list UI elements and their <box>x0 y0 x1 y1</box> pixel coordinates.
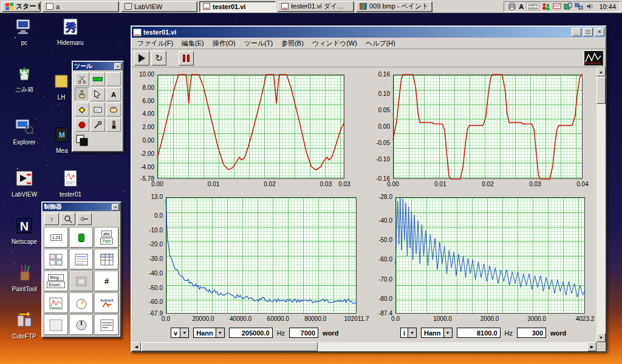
x-tick-label: 0.0 <box>162 315 170 322</box>
scroll-down-icon[interactable]: ▼ <box>596 333 606 342</box>
palette-container[interactable] <box>44 315 68 335</box>
palette-boolean[interactable] <box>70 228 94 248</box>
tools-palette-titlebar[interactable]: ツール × <box>73 62 123 70</box>
desktop-icon-painttool[interactable]: PaintTool <box>5 263 44 292</box>
chevron-down-icon: ▼ <box>443 328 452 337</box>
close-icon[interactable]: × <box>112 204 119 211</box>
palette-table[interactable] <box>95 249 118 269</box>
minimize-button[interactable]: _ <box>572 28 581 36</box>
tool-edit-text[interactable]: A <box>106 87 121 101</box>
start-button[interactable]: スタート <box>2 1 41 12</box>
menu-operate[interactable]: 操作(O) <box>208 38 240 49</box>
tool-empty[interactable] <box>106 72 121 86</box>
pause-button[interactable] <box>179 51 194 66</box>
y-tick-label: -4.00 <box>135 164 154 170</box>
monitor-tray-icon[interactable] <box>553 2 561 10</box>
desktop-icon-pc[interactable]: pc <box>5 17 44 46</box>
palette-array-matrix[interactable] <box>44 249 68 269</box>
taskbar-button-labview[interactable]: LabVIEW <box>121 1 197 12</box>
palette-refnum[interactable]: # <box>95 271 118 291</box>
y-tick-label: 0.05 <box>367 107 390 113</box>
close-icon[interactable]: × <box>114 63 121 70</box>
tool-color-copy[interactable] <box>91 118 105 132</box>
desktop-icon-hidemaru[interactable]: 秀 Hidemaru <box>51 17 90 46</box>
palette-activex[interactable]: ActiveX <box>95 293 118 313</box>
ime-indicator[interactable]: A <box>519 3 524 10</box>
tool-scissors[interactable] <box>75 72 89 86</box>
window-titlebar[interactable]: tester01.vi _ □ × <box>132 27 606 38</box>
controls-palette-titlebar[interactable]: 制御器 × <box>43 203 120 211</box>
tool-position-select[interactable] <box>91 87 105 101</box>
scanner-tray-icon[interactable] <box>564 2 572 10</box>
palette-gauge[interactable] <box>70 293 94 313</box>
users-tray-icon[interactable] <box>542 2 550 10</box>
channel-ring-left[interactable]: v ▼ <box>171 328 189 338</box>
tool-scroll[interactable] <box>106 103 121 116</box>
palette-up-button[interactable]: ↑ <box>44 213 59 225</box>
palette-graph[interactable] <box>44 293 68 313</box>
run-button[interactable] <box>134 51 149 66</box>
palette-pin-button[interactable] <box>77 213 92 225</box>
palette-string[interactable]: abc Path <box>95 228 118 248</box>
menu-help[interactable]: ヘルプ(H) <box>361 38 400 49</box>
tool-breakpoint[interactable] <box>75 118 89 132</box>
palette-search-button[interactable] <box>61 213 75 225</box>
x-tick-label: 20000.0 <box>192 315 214 322</box>
palette-dial[interactable] <box>70 315 94 335</box>
window-function-ring-right[interactable]: Hann ▼ <box>421 328 453 338</box>
scroll-up-icon[interactable]: ▲ <box>596 67 606 76</box>
desktop-icon-recycle[interactable]: ごみ箱 <box>5 63 44 94</box>
tool-color-brush[interactable] <box>106 118 121 132</box>
taskbar-button-tester01-diagram[interactable]: tester01.vi ダイアグ... <box>278 1 354 12</box>
desktop-icon-tester01[interactable]: tester01 <box>51 169 90 198</box>
network-tray-icon[interactable] <box>575 2 583 10</box>
maximize-button[interactable]: □ <box>583 28 593 36</box>
y-tick-label: 13.0 <box>135 194 163 200</box>
window-function-ring-left[interactable]: Hann ▼ <box>193 328 225 338</box>
y-tick-label: 6.00 <box>135 98 154 104</box>
channel-ring-right[interactable]: i ▼ <box>400 328 417 338</box>
sample-rate-field-right[interactable]: 8100.0 <box>457 328 501 338</box>
taskbar-button-paint[interactable]: 009.bmp - ペイント <box>356 1 432 12</box>
close-button[interactable]: × <box>595 28 604 36</box>
caps-kana-indicator[interactable]: CAPS KANA <box>526 2 539 11</box>
palette-ring-enum[interactable]: Ring... Enum... <box>44 271 68 291</box>
sample-rate-field-left[interactable]: 205000.0 <box>229 328 273 338</box>
tool-probe[interactable] <box>75 103 89 116</box>
hscroll-thumb[interactable] <box>142 342 318 351</box>
menu-tools[interactable]: ツール(T) <box>240 38 278 49</box>
spectrum-graph-voltage: 13.00.0-10.0-20.0-30.0-40.0-50.0-60.0-67… <box>135 192 361 325</box>
printer-icon[interactable] <box>508 2 516 10</box>
palette-decorations[interactable] <box>70 271 94 291</box>
run-continuous-button[interactable]: ↻ <box>151 51 166 66</box>
scroll-left-icon[interactable]: ◀ <box>132 342 141 351</box>
vertical-scrollbar[interactable]: ▲ ▼ <box>596 67 606 342</box>
volume-icon[interactable] <box>586 2 594 10</box>
desktop-icon-labview[interactable]: LabVIEW <box>5 169 44 198</box>
scroll-right-icon[interactable]: ▶ <box>587 342 596 351</box>
palette-list[interactable] <box>70 249 94 269</box>
tool-operate-value[interactable] <box>75 87 89 101</box>
palette-numeric[interactable]: 1.23 <box>44 228 68 248</box>
y-tick-label: -2.00 <box>135 150 154 157</box>
menu-browse[interactable]: 参照(B) <box>277 38 308 49</box>
panel-content: 10.008.006.004.002.000.00-2.00-4.00-5.78… <box>132 67 596 342</box>
desktop-icon-explorer[interactable]: Explorer <box>5 116 44 146</box>
desktop-icon-netscape[interactable]: N Netscape <box>5 216 44 245</box>
menu-edit[interactable]: 編集(E) <box>177 38 208 49</box>
start-label: スタート <box>16 2 41 11</box>
menu-window[interactable]: ウィンドウ(W) <box>308 38 361 49</box>
word-count-field-left[interactable]: 7000 <box>289 328 318 338</box>
taskbar-button-a[interactable]: a <box>43 1 119 12</box>
word-count-field-right[interactable]: 300 <box>517 328 546 338</box>
desktop-icon-cuteftp[interactable]: CuteFTP <box>5 311 44 340</box>
toolbar: ↻ <box>132 49 606 67</box>
tool-auto-select[interactable] <box>91 72 105 86</box>
horizontal-scrollbar[interactable]: ◀ ▶ <box>132 342 596 351</box>
menu-file[interactable]: ファイル(F) <box>133 38 177 49</box>
tool-color-swatches[interactable] <box>73 133 123 151</box>
palette-menu[interactable] <box>95 315 118 335</box>
tool-label[interactable] <box>91 103 105 116</box>
vscroll-thumb[interactable] <box>596 77 606 104</box>
taskbar-button-tester01[interactable]: tester01.vi <box>199 1 276 12</box>
